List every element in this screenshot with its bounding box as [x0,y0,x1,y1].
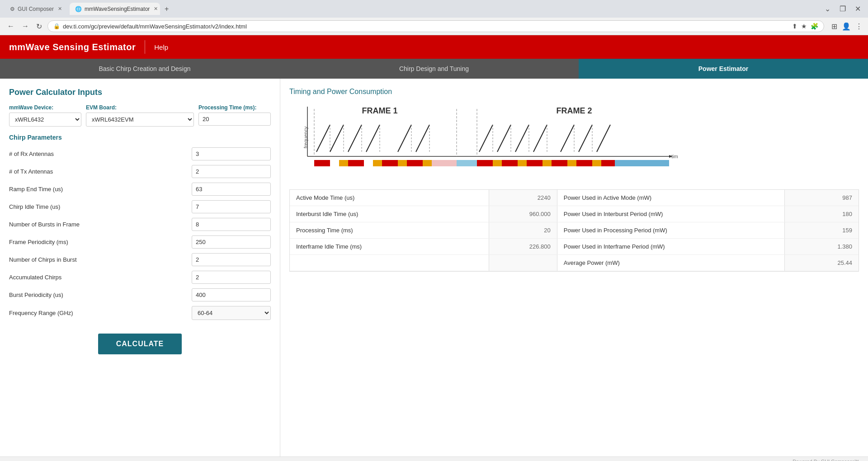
result-left-label: Interburst Idle Time (us) [290,206,489,222]
tab-power-estimator-label: Power Estimator [698,65,748,72]
svg-line-14 [398,125,411,152]
tab-close-icon[interactable]: ✕ [57,5,63,12]
timing-chart: frequency time FRAME 1 [289,102,859,180]
params-container: # of Rx Antennas# of Tx AntennasRamp End… [9,147,271,320]
proc-time-input[interactable] [198,113,271,126]
param-input-6[interactable] [192,253,271,266]
param-input-7[interactable] [192,271,271,284]
refresh-button[interactable]: ↻ [34,21,44,32]
close-icon[interactable]: ✕ [852,4,863,14]
new-tab-button[interactable]: + [161,3,172,15]
tab-close-active-icon[interactable]: ✕ [152,5,159,12]
svg-line-23 [497,125,511,152]
svg-text:frequency: frequency [303,126,308,148]
svg-rect-50 [527,160,542,166]
result-row: Active Mode Time (us)2240Power Used in A… [290,190,859,206]
svg-rect-52 [552,160,567,166]
browser-chrome: ⚙ GUI Composer ✕ 🌐 mmWaveSensingEstimato… [0,0,868,35]
result-left-label: Interframe Idle Time (ms) [290,239,489,255]
param-row: Ramp End Time (us) [9,183,271,196]
param-row: Chirp Idle Time (us) [9,200,271,213]
evm-field: EVM Board: xWRL6432EVM [86,104,194,127]
param-row: # of Rx Antennas [9,147,271,160]
result-left-value: 960.000 [489,206,557,222]
tab-power-estimator[interactable]: Power Estimator [579,59,868,79]
param-select-9[interactable]: 60-64 [192,306,271,320]
tab-chirp-tuning-label: Chirp Design and Tuning [399,65,469,72]
param-input-2[interactable] [192,183,271,196]
param-input-1[interactable] [192,165,271,178]
svg-rect-57 [615,160,669,166]
svg-rect-56 [601,160,615,166]
maximize-icon[interactable]: ❐ [837,4,849,14]
ext-icon-1[interactable]: ⊞ [831,22,837,31]
minimize-icon[interactable]: ⌄ [822,4,833,14]
browser-tab-gui-composer[interactable]: ⚙ GUI Composer ✕ [5,3,69,15]
footer-bar: Powered By GUI Composer™ [0,456,868,461]
result-right-label: Power Used in Active Mode (mW) [557,190,784,206]
svg-text:FRAME 1: FRAME 1 [362,106,397,115]
result-row: Interburst Idle Time (us)960.000Power Us… [290,206,859,222]
calculate-button[interactable]: CALCULATE [98,334,182,354]
svg-line-31 [579,125,592,152]
svg-rect-53 [567,160,576,166]
param-input-4[interactable] [192,218,271,231]
menu-icon[interactable]: ⋮ [855,22,863,31]
result-right-label: Average Power (mW) [557,255,784,271]
svg-line-12 [366,125,380,152]
proc-time-label: Processing Time (ms): [198,104,271,111]
param-input-8[interactable] [192,288,271,301]
bookmark-icon[interactable]: ★ [801,23,807,30]
svg-line-6 [316,125,330,152]
svg-rect-51 [542,160,552,166]
main-content: Power Calculator Inputs mmWave Device: x… [0,79,868,456]
forward-button[interactable]: → [20,21,31,31]
mmwave-select[interactable]: xWRL6432 [9,113,81,127]
param-input-5[interactable] [192,235,271,249]
address-bar[interactable]: 🔒 dev.ti.com/gc/preview/default/mmWaveSe… [47,20,824,32]
svg-rect-36 [339,160,348,166]
svg-rect-47 [493,160,502,166]
profile-icon[interactable]: 👤 [842,22,851,31]
help-link[interactable]: Help [154,43,168,51]
tab-label: GUI Composer [18,6,54,12]
svg-rect-38 [373,160,382,166]
evm-label: EVM Board: [86,104,194,111]
tab-chirp-tuning[interactable]: Chirp Design and Tuning [289,59,579,79]
browser-tab-mmwave[interactable]: 🌐 mmWaveSensingEstimator ✕ [70,3,160,15]
param-input-3[interactable] [192,200,271,213]
param-input-0[interactable] [192,147,271,160]
calculate-area: CALCULATE [9,325,271,359]
svg-rect-40 [398,160,407,166]
extensions-icon[interactable]: 🧩 [811,23,818,30]
svg-line-16 [416,125,429,152]
evm-select[interactable]: xWRL6432EVM [86,113,194,127]
result-right-value: 180 [784,206,859,222]
svg-rect-35 [314,160,330,166]
result-left-value: 2240 [489,190,557,206]
proc-time-field: Processing Time (ms): [198,104,271,126]
browser-titlebar: ⚙ GUI Composer ✕ 🌐 mmWaveSensingEstimato… [0,0,868,18]
param-row: Number of Bursts in Frame [9,218,271,231]
svg-rect-55 [592,160,601,166]
result-right-value: 25.44 [784,255,859,271]
header-divider [145,40,145,54]
chart-title: Timing and Power Consumption [289,88,859,96]
result-row: Interframe Idle Time (ms)226.800Power Us… [290,239,859,255]
tab-basic-chirp[interactable]: Basic Chirp Creation and Design [0,59,289,79]
result-right-value: 159 [784,222,859,239]
param-row: Frame Periodicity (ms) [9,235,271,249]
back-button[interactable]: ← [5,21,16,31]
app-title: mmWave Sensing Estimator [9,42,136,52]
param-label: # of Tx Antennas [9,168,192,175]
mmwave-device-field: mmWave Device: xWRL6432 [9,104,81,127]
svg-line-29 [561,125,574,152]
param-label: Accumulated Chirps [9,274,192,281]
share-icon[interactable]: ⬆ [792,23,797,30]
url-text: dev.ti.com/gc/preview/default/mmWaveSens… [63,23,788,30]
tab-label-active: mmWaveSensingEstimator [85,6,150,12]
device-row: mmWave Device: xWRL6432 EVM Board: xWRL6… [9,104,271,127]
result-left-value [489,255,557,271]
svg-rect-42 [423,160,432,166]
param-row: # of Tx Antennas [9,165,271,178]
